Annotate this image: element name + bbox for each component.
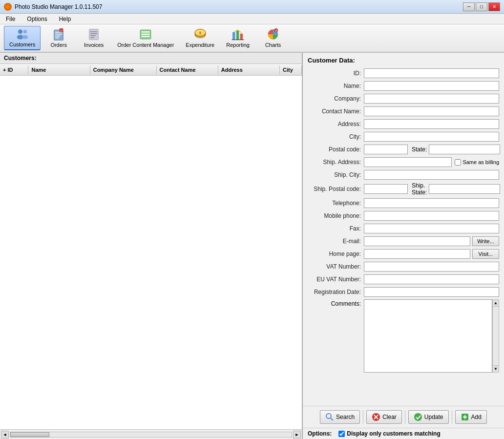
svg-rect-26 — [240, 34, 243, 40]
svg-point-31 — [326, 414, 331, 418]
toolbar-reporting[interactable]: Reporting — [221, 26, 255, 50]
menu-options[interactable]: Options — [23, 15, 51, 23]
address-input[interactable] — [364, 119, 499, 129]
toolbar-expenditure[interactable]: $ Expenditure — [180, 26, 220, 50]
svg-rect-19 — [142, 36, 150, 37]
visit-button[interactable]: Visit... — [472, 249, 499, 259]
name-input[interactable] — [364, 81, 499, 91]
update-button[interactable]: Update — [408, 410, 449, 424]
toolbar-expenditure-label: Expenditure — [186, 42, 214, 48]
minimize-button[interactable]: ─ — [463, 2, 475, 11]
svg-rect-13 — [90, 33, 97, 34]
menu-help[interactable]: Help — [55, 15, 75, 23]
comments-scroll-up[interactable]: ▲ — [493, 300, 499, 307]
ship-postal-code-input[interactable] — [364, 184, 408, 194]
ship-city-input[interactable] — [364, 170, 499, 180]
window-controls[interactable]: ─ □ ✕ — [463, 2, 500, 11]
ship-postal-code-label: Ship. Postal code: — [308, 186, 364, 192]
scroll-right-arrow[interactable]: ► — [293, 431, 301, 439]
svg-point-3 — [22, 35, 28, 39]
search-button[interactable]: Search — [320, 410, 360, 424]
field-row-vat: VAT Number: — [308, 261, 499, 272]
same-as-billing-checkbox-label[interactable]: Same as billing — [455, 159, 499, 166]
contact-name-input[interactable] — [364, 106, 499, 116]
ship-address-input[interactable] — [364, 157, 452, 167]
clear-label: Clear — [382, 414, 397, 420]
col-header-address[interactable]: Address — [218, 65, 280, 74]
toolbar-order-content-manager[interactable]: Order Content Manager — [112, 26, 179, 50]
city-input[interactable] — [364, 132, 499, 142]
state-input[interactable] — [429, 145, 500, 154]
postal-code-input[interactable] — [364, 145, 408, 154]
add-button[interactable]: Add — [455, 410, 487, 424]
ship-state-input[interactable] — [429, 184, 500, 194]
toolbar-customers-label: Customers — [9, 42, 35, 47]
bottom-buttons-bar: Search Clear — [303, 406, 504, 428]
menu-file[interactable]: File — [2, 15, 19, 23]
col-header-city[interactable]: City — [280, 65, 302, 74]
home-page-input[interactable] — [364, 249, 470, 259]
same-as-billing-checkbox[interactable] — [455, 159, 461, 166]
table-header: + ID Name Company Name Contact Name Addr… — [0, 64, 302, 76]
eu-vat-number-label: EU VAT Number: — [308, 276, 364, 283]
same-as-billing-text: Same as billing — [462, 159, 499, 165]
close-button[interactable]: ✕ — [488, 2, 500, 11]
options-bar: Options: Display only customers matching — [303, 428, 504, 439]
toolbar-customers[interactable]: Customers — [4, 26, 41, 50]
home-page-label: Home page: — [308, 251, 364, 257]
eu-vat-number-input[interactable] — [364, 274, 499, 284]
ship-city-label: Ship. City: — [308, 171, 364, 178]
col-header-name[interactable]: Name — [28, 65, 90, 74]
customers-list-panel: Customers: + ID Name Company Name Contac… — [0, 53, 303, 439]
expenditure-toolbar-icon: $ — [192, 28, 208, 41]
email-input[interactable] — [364, 236, 470, 246]
divider-2 — [405, 410, 405, 424]
field-row-eu-vat: EU VAT Number: — [308, 274, 499, 285]
registration-date-input[interactable] — [364, 287, 499, 297]
svg-rect-6 — [55, 34, 62, 35]
update-icon — [414, 413, 422, 421]
write-button[interactable]: Write... — [472, 236, 499, 246]
comments-textarea[interactable] — [364, 299, 492, 373]
svg-rect-11 — [89, 29, 99, 40]
mobile-phone-input[interactable] — [364, 211, 499, 221]
company-input[interactable] — [364, 94, 499, 104]
display-matching-checkbox[interactable] — [338, 431, 345, 437]
comments-scroll-down[interactable]: ▼ — [493, 365, 499, 372]
clear-icon — [372, 413, 380, 421]
scroll-thumb[interactable] — [10, 432, 49, 437]
col-header-company[interactable]: Company Name — [90, 65, 157, 74]
field-row-comments: Comments: ▲ ▼ — [308, 299, 499, 373]
svg-point-2 — [23, 30, 27, 34]
fax-input[interactable] — [364, 224, 499, 233]
col-header-id[interactable]: + ID — [0, 65, 28, 74]
title-bar: Photo Studio Manager 1.0.11.507 ─ □ ✕ — [0, 0, 504, 14]
postal-code-label: Postal code: — [308, 146, 364, 153]
col-header-contact[interactable]: Contact Name — [157, 65, 218, 74]
svg-rect-7 — [55, 36, 61, 37]
toolbar: Customers ✓ Orders Invoices — [0, 24, 504, 53]
ship-address-label: Ship. Address: — [308, 159, 364, 166]
company-label: Company: — [308, 95, 364, 102]
customers-table-body[interactable] — [0, 76, 302, 429]
svg-rect-17 — [142, 31, 150, 32]
toolbar-invoices[interactable]: Invoices — [77, 26, 111, 50]
divider-1 — [363, 410, 363, 424]
telephone-input[interactable] — [364, 198, 499, 208]
toolbar-charts[interactable]: ✓ Charts — [256, 26, 290, 50]
maximize-button[interactable]: □ — [476, 2, 487, 11]
clear-button[interactable]: Clear — [366, 410, 402, 424]
svg-rect-25 — [236, 31, 239, 40]
scroll-left-arrow[interactable]: ◄ — [1, 431, 9, 439]
id-input[interactable] — [364, 68, 499, 78]
toolbar-orders[interactable]: ✓ Orders — [42, 26, 76, 50]
vat-number-input[interactable] — [364, 262, 499, 272]
options-checkbox-row[interactable]: Display only customers matching — [338, 430, 440, 437]
horizontal-scrollbar[interactable]: ◄ ► — [0, 429, 302, 439]
svg-rect-24 — [232, 32, 235, 40]
ship-state-label: Ship. State: — [412, 182, 427, 196]
comments-scrollbar[interactable]: ▲ ▼ — [492, 299, 499, 373]
scroll-track[interactable] — [10, 432, 292, 438]
field-row-registration-date: Registration Date: — [308, 287, 499, 297]
field-row-id: ID: — [308, 68, 499, 79]
